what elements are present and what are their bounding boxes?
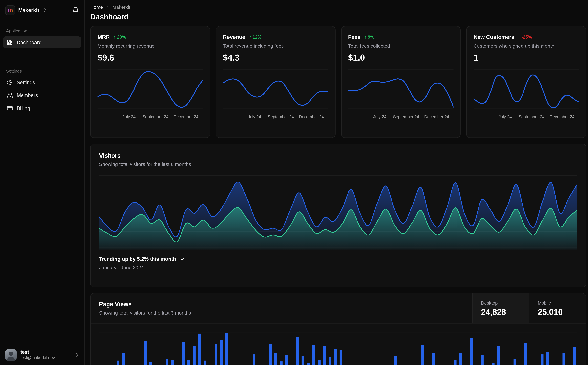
user-avatar [5,349,17,361]
trend-badge: ↑ 9% [364,35,374,40]
page-views-title: Page Views [99,301,464,308]
revenue-sparkline-chart [223,68,328,112]
sidebar-item-billing[interactable]: Billing [3,102,81,114]
arrow-up-icon: ↑ [114,35,116,40]
x-axis-labels: July 24 September 24 December 24 [223,114,328,121]
sidebar-item-dashboard[interactable]: Dashboard [3,36,81,48]
user-meta: test test@makerkit.dev [20,349,55,361]
user-menu[interactable]: test test@makerkit.dev [0,345,84,365]
trending-up-icon [179,256,184,262]
visitors-title: Visitors [99,152,577,159]
bell-icon[interactable] [72,7,79,14]
new-customers-sparkline-chart [474,68,579,112]
trend-badge: ↑ 20% [114,35,126,40]
sidebar-item-members[interactable]: Members [3,89,81,101]
nav-section-settings: Settings [0,69,84,73]
makerkit-logo: m [5,5,15,15]
sidebar-item-label: Settings [17,80,35,85]
arrow-up-icon: ↑ [249,35,251,40]
app-root: m Makerkit Application Dashboard Setting… [0,0,588,365]
trend-badge: ↓ -25% [518,35,532,40]
main-content: Home Makerkit Dashboard MRR ↑ 20% Monthl… [85,0,588,365]
toggle-desktop[interactable]: Desktop 24,828 [472,293,529,323]
sidebar-item-label: Billing [17,105,30,111]
page-views-header: Page Views Showing total visitors for th… [91,293,586,324]
stat-title: New Customers [474,34,514,40]
fees-sparkline-chart [348,68,454,112]
members-icon [7,92,13,98]
page-views-bar-chart [99,327,577,365]
sidebar-item-label: Dashboard [17,40,42,45]
breadcrumb: Home Makerkit [90,5,586,10]
mrr-sparkline-chart [97,68,203,112]
stat-value: $4.3 [223,53,328,63]
chevrons-up-down-icon [74,353,79,357]
visitors-trend: Trending up by 5.2% this month [99,256,577,262]
settings-icon [7,79,13,85]
trend-badge: ↑ 12% [249,35,262,40]
stat-subtitle: Monthly recurring revenue [97,43,203,49]
arrow-down-icon: ↓ [518,35,520,40]
stat-value: 1 [474,53,579,63]
nav-spacer [0,49,84,59]
page-views-card: Page Views Showing total visitors for th… [90,293,586,365]
stat-title: Fees [348,34,360,40]
user-name: test [20,349,55,355]
visitors-area-chart [99,173,577,249]
stat-cards-row: MRR ↑ 20% Monthly recurring revenue $9.6… [90,26,586,138]
x-axis-labels: July 24 September 24 December 24 [474,114,579,121]
user-avatar-image [5,349,17,361]
workspace-switcher[interactable]: m Makerkit [0,0,84,19]
x-axis-labels: July 24 September 24 December 24 [348,114,454,121]
billing-icon [7,105,13,111]
page-title: Dashboard [90,12,586,21]
visitors-date-range: January - June 2024 [99,265,577,270]
stat-card-fees: Fees ↑ 9% Total fees collected $1.0 July… [341,26,461,138]
page-views-subtitle: Showing total visitors for the last 3 mo… [99,310,464,316]
stat-value: $9.6 [97,53,203,63]
breadcrumb-home-link[interactable]: Home [90,5,103,10]
sidebar: m Makerkit Application Dashboard Setting… [0,0,85,365]
x-axis-labels: July 24 September 24 December 24 [97,114,203,121]
chevron-right-icon [105,5,110,9]
sidebar-item-label: Members [17,92,38,98]
stat-card-mrr: MRR ↑ 20% Monthly recurring revenue $9.6… [90,26,210,138]
sidebar-item-settings[interactable]: Settings [3,76,81,88]
dashboard-icon [7,39,13,45]
stat-title: MRR [97,34,110,40]
stat-subtitle: Customers who signed up this month [474,43,579,49]
breadcrumb-current: Makerkit [112,5,130,10]
toggle-mobile[interactable]: Mobile 25,010 [529,293,586,323]
visitors-card: Visitors Showing total visitors for the … [90,144,586,287]
visitors-subtitle: Showing total visitors for the last 6 mo… [99,161,577,167]
nav-section-application: Application [0,29,84,33]
stat-card-new-customers: New Customers ↓ -25% Customers who signe… [466,26,586,138]
stat-card-revenue: Revenue ↑ 12% Total revenue including fe… [216,26,335,138]
arrow-up-icon: ↑ [364,35,367,40]
workspace-name: Makerkit [18,7,39,13]
stat-value: $1.0 [348,53,454,63]
stat-subtitle: Total fees collected [348,43,454,49]
user-email: test@makerkit.dev [20,355,55,360]
chevrons-up-down-icon [42,8,47,12]
stat-title: Revenue [223,34,245,40]
stat-subtitle: Total revenue including fees [223,43,328,49]
